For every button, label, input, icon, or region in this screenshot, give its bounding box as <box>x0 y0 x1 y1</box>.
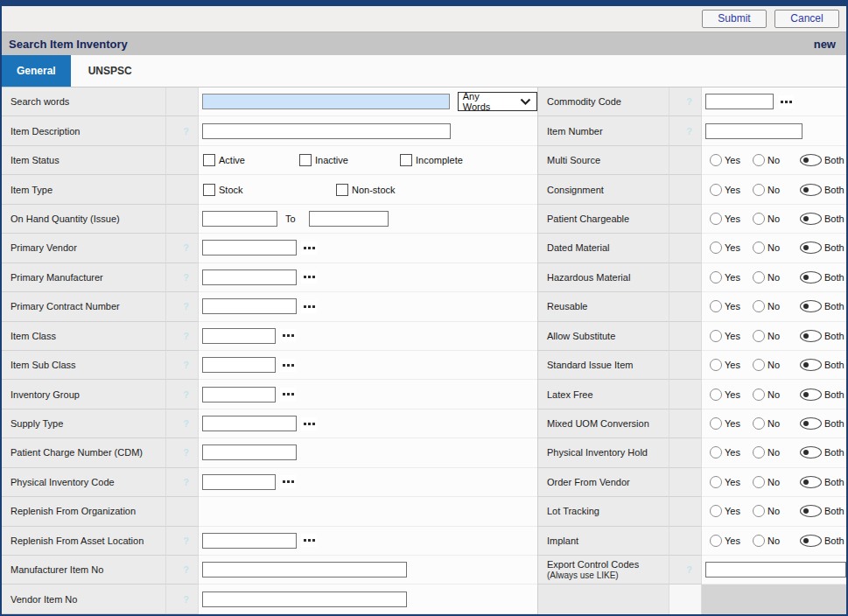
help-icon[interactable]: ? <box>686 564 692 575</box>
submit-button[interactable]: Submit <box>702 10 767 28</box>
dated-material-radio-no[interactable] <box>753 242 765 254</box>
item-sub-class-lookup-button[interactable] <box>280 359 296 372</box>
help-icon[interactable]: ? <box>183 477 189 487</box>
help-icon[interactable]: ? <box>183 447 189 458</box>
physical-inventory-hold-radio-both[interactable] <box>800 446 822 458</box>
supply-type-input[interactable] <box>202 416 297 431</box>
active-checkbox[interactable] <box>203 154 215 166</box>
lot-tracking-radio-both[interactable] <box>800 505 822 517</box>
help-icon[interactable]: ? <box>183 272 189 283</box>
allow-substitute-radio-both[interactable] <box>800 330 822 342</box>
stock-checkbox[interactable] <box>203 184 215 196</box>
latex-free-radio-both[interactable] <box>800 388 822 401</box>
inactive-checkbox[interactable] <box>299 154 312 166</box>
primary-manufacturer-input[interactable] <box>202 270 297 285</box>
implant-radio-no[interactable] <box>753 535 765 547</box>
allow-substitute-radio-no[interactable] <box>753 330 765 342</box>
patient-charge-number-cdm-input[interactable] <box>202 444 297 460</box>
mixed-uom-conversion-radio-both[interactable] <box>800 417 822 430</box>
physical-inventory-code-lookup-button[interactable] <box>280 475 296 488</box>
export-control-codes-input[interactable] <box>705 562 846 578</box>
help-icon[interactable]: ? <box>183 389 189 400</box>
hazardous-material-radio-no[interactable] <box>753 271 765 284</box>
incomplete-checkbox[interactable] <box>400 154 412 166</box>
on-hand-quantity-issue-from-input[interactable] <box>202 211 277 227</box>
physical-inventory-code-input[interactable] <box>202 474 276 490</box>
commodity-code-lookup-button[interactable] <box>778 95 794 108</box>
replenish-from-asset-location-lookup-button[interactable] <box>301 534 317 547</box>
reusable-radio-both[interactable] <box>800 300 822 312</box>
supply-type-lookup-button[interactable] <box>301 417 317 430</box>
primary-manufacturer-lookup-button[interactable] <box>301 270 317 284</box>
standard-issue-item-radio-no[interactable] <box>753 359 765 371</box>
patient-chargeable-radio-both[interactable] <box>800 213 822 225</box>
vendor-item-no-input[interactable] <box>202 592 407 607</box>
help-icon[interactable]: ? <box>686 96 692 107</box>
allow-substitute-radio-yes[interactable] <box>710 330 722 342</box>
on-hand-quantity-issue-to-input[interactable] <box>309 211 389 227</box>
item-class-input[interactable] <box>202 328 276 344</box>
help-icon[interactable]: ? <box>183 331 189 341</box>
help-icon[interactable]: ? <box>183 242 189 253</box>
multi-source-radio-both[interactable] <box>800 154 822 166</box>
latex-free-radio-no[interactable] <box>753 388 765 401</box>
help-icon[interactable]: ? <box>183 418 189 429</box>
item-class-lookup-button[interactable] <box>280 329 296 342</box>
dated-material-label-text: Dated Material <box>547 242 669 253</box>
replenish-from-asset-location-input[interactable] <box>202 533 297 549</box>
commodity-code-input[interactable] <box>705 94 774 109</box>
patient-chargeable-radio-no[interactable] <box>753 213 765 225</box>
order-from-vendor-radio-both[interactable] <box>800 476 822 488</box>
physical-inventory-hold-radio-yes[interactable] <box>710 446 722 458</box>
consignment-radio-yes[interactable] <box>710 184 722 196</box>
help-icon[interactable]: ? <box>183 126 189 136</box>
consignment-radio-no[interactable] <box>753 184 765 196</box>
primary-contract-number-lookup-button[interactable] <box>301 300 317 313</box>
item-description-input[interactable] <box>202 123 451 139</box>
lot-tracking-radio-no[interactable] <box>753 505 765 517</box>
help-icon[interactable]: ? <box>183 594 189 605</box>
consignment-radio-both[interactable] <box>800 184 822 196</box>
tab-unspsc[interactable]: UNSPSC <box>74 55 147 87</box>
order-from-vendor-radio-yes[interactable] <box>710 476 722 488</box>
cancel-button[interactable]: Cancel <box>774 10 839 28</box>
tab-general[interactable]: General <box>2 55 71 87</box>
standard-issue-item-radio-both[interactable] <box>800 359 822 371</box>
multi-source-radio-no[interactable] <box>753 154 765 166</box>
help-icon[interactable]: ? <box>183 301 189 312</box>
help-icon[interactable]: ? <box>183 536 189 546</box>
hazardous-material-radio-yes[interactable] <box>710 271 722 284</box>
latex-free-radio-yes[interactable] <box>710 388 722 401</box>
search-words-input[interactable] <box>202 94 450 109</box>
mixed-uom-conversion-radio-yes[interactable] <box>710 417 722 430</box>
help-icon[interactable]: ? <box>183 360 189 370</box>
reusable-radio-yes[interactable] <box>710 300 722 312</box>
implant-radio-both[interactable] <box>800 535 822 547</box>
item-sub-class-input[interactable] <box>202 357 276 373</box>
non-stock-checkbox[interactable] <box>336 184 348 196</box>
order-from-vendor-radio-no[interactable] <box>753 476 765 488</box>
inventory-group-input[interactable] <box>202 387 276 402</box>
implant-radio-yes[interactable] <box>710 535 722 547</box>
standard-issue-item-radio-yes[interactable] <box>710 359 722 371</box>
item-number-input[interactable] <box>705 123 802 139</box>
manufacturer-item-no-input[interactable] <box>202 562 407 578</box>
physical-inventory-hold-radio-no[interactable] <box>753 446 765 458</box>
hazardous-material-radio-both[interactable] <box>800 271 822 284</box>
dated-material-radio-both[interactable] <box>800 242 822 254</box>
patient-chargeable-radio-yes[interactable] <box>710 213 722 225</box>
lot-tracking-radio-yes[interactable] <box>710 505 722 517</box>
help-icon[interactable]: ? <box>183 564 189 575</box>
search-words-match-select[interactable]: Any Words <box>458 92 537 111</box>
help-icon[interactable]: ? <box>686 126 692 136</box>
patient-chargeable-radio-label-no: No <box>767 214 780 224</box>
primary-vendor-input[interactable] <box>202 240 297 256</box>
mixed-uom-conversion-radio-no[interactable] <box>753 417 765 430</box>
multi-source-radio-yes[interactable] <box>710 154 722 166</box>
dated-material-radio-yes[interactable] <box>710 242 722 254</box>
primary-contract-number-input[interactable] <box>202 298 297 314</box>
dot <box>308 247 311 249</box>
primary-vendor-lookup-button[interactable] <box>301 242 317 255</box>
reusable-radio-no[interactable] <box>753 300 765 312</box>
inventory-group-lookup-button[interactable] <box>280 388 296 401</box>
